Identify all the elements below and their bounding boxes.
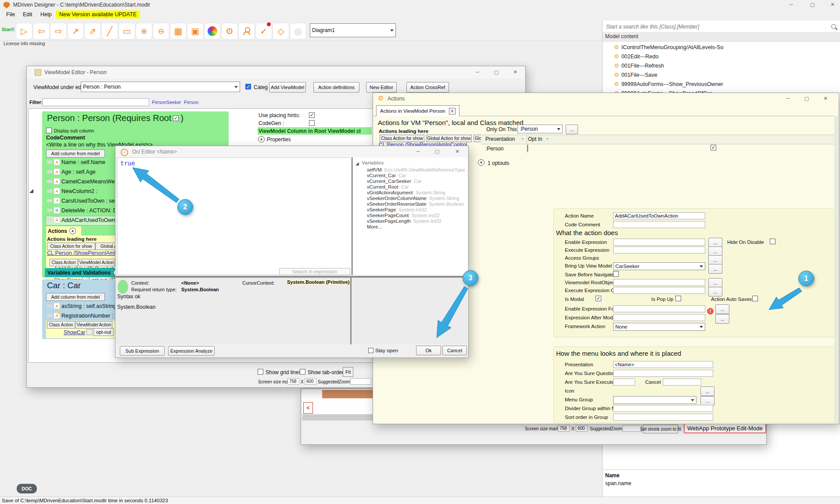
zoom-in-button[interactable]: ⊕ <box>136 23 152 39</box>
sort-order-field[interactable] <box>613 414 713 421</box>
screen-width-field[interactable]: 758 <box>558 425 570 432</box>
close-button[interactable]: ✕ <box>819 96 832 101</box>
draw-association-button[interactable]: ⇗ <box>84 23 101 39</box>
requires-root-checkbox[interactable] <box>173 115 179 121</box>
screen-height-field[interactable]: 600 <box>305 378 316 385</box>
fit-button[interactable]: Fit <box>343 367 353 377</box>
enable-modal-ok-field[interactable] <box>613 305 705 312</box>
drag-handle[interactable] <box>47 209 52 212</box>
drag-handle[interactable] <box>47 180 52 183</box>
tree-expander-icon[interactable]: ◢ <box>355 161 359 166</box>
pointer-arrow-button[interactable]: ↗ <box>67 23 84 39</box>
show-car-link[interactable]: ShowCar <box>64 329 85 336</box>
suggested-zoom-field[interactable] <box>622 425 642 432</box>
is-modal-checkbox[interactable] <box>596 296 601 301</box>
dashed-line-button[interactable]: ╱ <box>101 23 118 39</box>
personseeker-link[interactable]: PersonSeeker <box>152 100 181 105</box>
execute-expression-ellipsis-button[interactable]: ... <box>708 247 722 256</box>
search-input[interactable] <box>605 22 826 32</box>
menu-help[interactable]: Help <box>40 11 52 18</box>
action-name-field[interactable]: AddACarIUsedToOwnAction <box>613 212 705 219</box>
filter-icon[interactable]: ▼ <box>546 137 549 140</box>
search-icon[interactable] <box>831 24 836 29</box>
close-button[interactable]: ✕ <box>509 69 522 75</box>
screen-width-field[interactable]: 758 <box>287 378 299 385</box>
variable-row[interactable]: vSeekerOrderColumnNameSystem.String <box>367 196 459 201</box>
code-comment-field[interactable] <box>613 221 705 228</box>
column-row-selected[interactable]: AAddACarIUsedToOwn : <box>47 217 118 223</box>
presentation-field[interactable]: <Name> <box>613 361 713 368</box>
action-auto-saves-checkbox[interactable] <box>752 296 758 301</box>
are-you-sure-question-field[interactable] <box>613 370 713 377</box>
menu-update-banner[interactable]: New Version available UPDATE <box>56 11 140 18</box>
column-row[interactable]: AName : self.Name <box>47 159 105 165</box>
bring-up-viewmodel-combo[interactable]: CarSeeker <box>613 262 705 270</box>
spiral-button[interactable]: ◎ <box>290 23 306 39</box>
variable-row[interactable]: vCurrent_CarCar <box>367 173 406 178</box>
app-maximize-button[interactable]: ▢ <box>806 2 819 7</box>
add-column-button[interactable]: Add column from model <box>46 293 105 301</box>
action-definitions-button[interactable]: Action definitions <box>313 82 359 93</box>
set-shrink-zoom-button[interactable]: Set shrink zoom to fit <box>643 425 678 433</box>
run-form-button[interactable]: ▣ <box>187 23 204 39</box>
opt-in-checkbox[interactable] <box>711 145 716 150</box>
divider-group-field[interactable] <box>613 405 713 412</box>
expression-after-modal-field[interactable] <box>613 314 705 321</box>
search-in-expression-button[interactable]: Search in expression <box>279 268 350 275</box>
variables-more-link[interactable]: More... <box>367 224 382 229</box>
cancel-button[interactable]: Cancel <box>442 346 467 355</box>
placing-hints-checkbox[interactable] <box>309 112 315 118</box>
variable-row[interactable]: vSeekerPageLengthSystem.Int32 <box>367 218 442 224</box>
app-titlebar[interactable]: MDriven Designer - C:\temp\MDrivenEducat… <box>0 0 840 10</box>
drag-handle[interactable] <box>47 218 52 222</box>
list-item[interactable]: ⚙001File---Refresh <box>614 61 664 70</box>
suggested-zoom-field[interactable] <box>350 378 371 385</box>
show-tab-order-checkbox[interactable] <box>300 369 305 375</box>
only-level-ellipsis-button[interactable]: ... <box>566 125 578 134</box>
variable-row[interactable]: selfVMEco.UmlRt.ViewModelReferenceType <box>367 167 465 172</box>
splitter[interactable] <box>350 278 352 344</box>
variable-row[interactable]: vSeekerPageCountSystem.Int32 <box>367 213 440 218</box>
column-header-opt-in[interactable]: Opt In <box>528 136 542 142</box>
minimize-button[interactable]: ─ <box>471 69 484 75</box>
list-item[interactable]: ⚙IControlTheMenuGrouping/AtAllLevels-So <box>614 43 723 51</box>
list-item[interactable]: ⚙002Edit---Redo <box>614 52 658 61</box>
user-access-button[interactable] <box>238 23 255 39</box>
expand-box-icon[interactable] <box>86 329 93 335</box>
variable-row[interactable]: vSeekerOrderReverseStateSystem.Boolean <box>367 201 464 207</box>
filter-icon[interactable]: ▼ <box>521 137 524 140</box>
display-sub-column-checkbox[interactable] <box>46 128 52 133</box>
menu-file[interactable]: File <box>6 11 15 18</box>
minimize-button[interactable]: ─ <box>412 149 425 154</box>
show-grid-lines-checkbox[interactable] <box>258 369 263 375</box>
viewmodel-editor-titlebar[interactable]: ViewModel Editor - Person ─ ▢ ✕ <box>27 66 524 79</box>
vertical-scrollbar[interactable] <box>834 116 838 423</box>
enable-expression-field[interactable] <box>613 239 705 246</box>
start-label[interactable]: Start! <box>2 27 14 32</box>
add-viewmodel-button[interactable]: Add ViewModel <box>269 82 306 93</box>
class-action-show-button[interactable]: Class Action for show <box>380 135 424 142</box>
drag-handle[interactable] <box>47 161 52 164</box>
back-button[interactable]: ⇦ <box>33 23 50 39</box>
bring-up-ellipsis-button[interactable]: ... <box>708 264 722 274</box>
tab-actions-in-viewmodel-person[interactable]: Actions in ViewModel Person X <box>376 105 459 116</box>
enable-modal-ok-ellipsis-button[interactable]: ... <box>715 304 729 314</box>
expression-analyze-button[interactable]: Expression Analyze <box>168 346 215 356</box>
zoom-out-button[interactable]: ⊖ <box>153 23 169 39</box>
execute-expression-field[interactable] <box>613 247 705 254</box>
class-action-show-button[interactable]: Class Action for show <box>47 243 95 250</box>
viewmodel-under-edit-combo[interactable]: Person : Person <box>81 82 240 92</box>
variable-row[interactable]: vCurrent_RootCar <box>367 184 409 189</box>
drag-handle[interactable] <box>47 314 52 317</box>
maximize-button[interactable]: ▢ <box>800 96 813 101</box>
column-row[interactable]: AAge : self.Age <box>47 168 96 175</box>
pattern-button[interactable]: ◇ <box>273 23 289 39</box>
drag-handle[interactable] <box>47 170 52 173</box>
class-action-button[interactable]: Class Action <box>47 321 75 329</box>
close-button[interactable]: ✕ <box>451 149 464 154</box>
inspector-name-value[interactable]: span.name <box>605 480 631 486</box>
viewmodel-rootobject-field[interactable] <box>613 279 705 286</box>
column-row[interactable]: ARegistrationNumber : self <box>47 312 123 319</box>
table-row-person[interactable]: :Person <box>485 146 503 152</box>
save-before-navigate-checkbox[interactable] <box>613 271 619 277</box>
